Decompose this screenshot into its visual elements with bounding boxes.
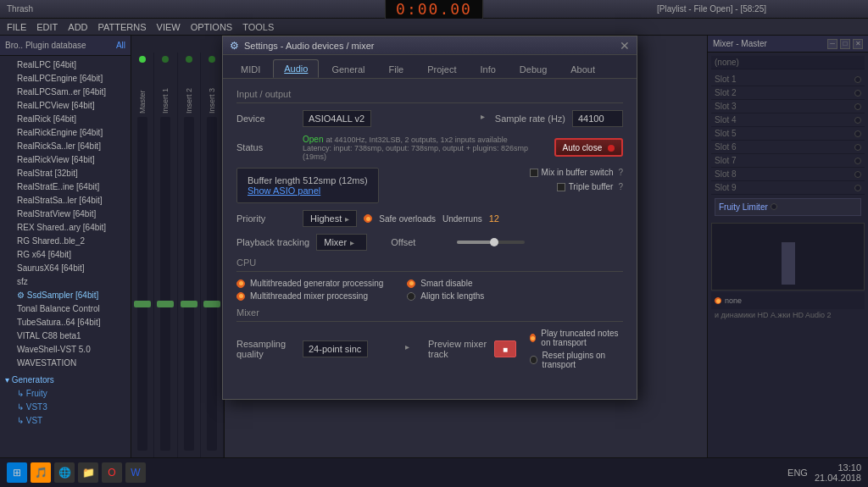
smart-disable-radio[interactable]	[407, 279, 415, 288]
tab-debug[interactable]: Debug	[509, 60, 558, 78]
panel-close-button[interactable]: ✕	[853, 39, 863, 49]
plugin-list: RealLPC [64bit] RealLPCEngine [64bit] Re…	[0, 56, 131, 435]
menu-tools[interactable]: TOOLS	[242, 22, 274, 32]
offset-label: Offset	[391, 237, 450, 247]
tab-general[interactable]: General	[320, 60, 376, 78]
plugin-item[interactable]: RealLPCSam..er [64bit]	[0, 85, 131, 98]
plugin-item[interactable]: RealStratE..ine [64bit]	[0, 180, 131, 193]
plugin-item[interactable]: SaurusX64 [64bit]	[0, 261, 131, 274]
fruity-limiter-led	[771, 203, 777, 210]
plugin-item[interactable]: RealRickEngine [64bit]	[0, 125, 131, 139]
plugin-item[interactable]: Tonal Balance Control	[0, 302, 131, 315]
all-tab[interactable]: All	[116, 41, 125, 50]
plugin-item[interactable]: REX Shared..ary [64bit]	[0, 220, 131, 234]
plugin-item[interactable]: TubeSatura..64 [64bit]	[0, 315, 131, 329]
menu-patterns[interactable]: PATTERNS	[98, 22, 147, 32]
fader-3[interactable]	[207, 117, 217, 451]
start-button[interactable]: ⊞	[7, 462, 27, 483]
section-generators: ▾ Generators	[0, 373, 131, 386]
plugin-vst[interactable]: ↳ VST	[0, 413, 131, 427]
plugin-item[interactable]: RealLPCView [64bit]	[0, 98, 131, 112]
triple-buffer-checkbox[interactable]	[557, 183, 565, 191]
mixer-track-insert1: Insert 1	[154, 53, 177, 457]
plugin-item[interactable]: WAVESTATION	[0, 356, 131, 369]
tab-file[interactable]: File	[378, 60, 415, 78]
track-name-insert2: Insert 2	[185, 63, 193, 113]
menu-view[interactable]: VIEW	[157, 22, 181, 32]
taskbar-lang: ENG	[787, 468, 808, 478]
fader-1[interactable]	[160, 117, 170, 451]
taskbar-files-icon[interactable]: 📁	[78, 462, 98, 483]
plugin-item[interactable]: RealRickView [64bit]	[0, 152, 131, 166]
slot-5[interactable]: Slot 5	[711, 127, 865, 141]
buffer-length-text: Buffer length 512smp (12ms)	[248, 175, 368, 185]
panel-controls: ─ □ ✕	[827, 39, 863, 49]
mix-buffer-checkbox[interactable]	[530, 169, 538, 177]
plugin-item[interactable]: RealStratSa..ler [64bit]	[0, 193, 131, 207]
device-select[interactable]: ASIO4ALL v2	[303, 110, 371, 127]
plugin-item[interactable]: VITAL C88 beta1	[0, 329, 131, 342]
tab-project[interactable]: Project	[416, 60, 467, 78]
taskbar-word-icon[interactable]: W	[125, 462, 146, 483]
playback-tracking-select[interactable]: Mixer ▸	[316, 234, 367, 251]
plugin-item[interactable]: RG x64 [64bit]	[0, 247, 131, 261]
plugin-item[interactable]: WaveShell-VST 5.0	[0, 342, 131, 356]
triple-buffer-switch: Triple buffer ?	[557, 182, 623, 191]
menu-options[interactable]: OPTIONS	[191, 22, 233, 32]
taskbar-opera-icon[interactable]: O	[102, 462, 122, 483]
menu-file[interactable]: FILE	[7, 22, 26, 32]
taskbar-browser-icon[interactable]: 🌐	[54, 462, 75, 483]
tab-audio[interactable]: Audio	[273, 59, 319, 78]
panel-maximize-button[interactable]: □	[840, 39, 850, 49]
slot-6[interactable]: Slot 6	[711, 141, 865, 154]
panel-minimize-button[interactable]: ─	[827, 39, 837, 49]
menu-add[interactable]: ADD	[68, 22, 87, 32]
plugin-item[interactable]: RealStrat [32bit]	[0, 166, 131, 180]
show-asio-button[interactable]: Show ASIO panel	[248, 185, 320, 196]
dialog-titlebar: ⚙ Settings - Audio devices / mixer ✕	[223, 36, 637, 55]
slot-8[interactable]: Slot 8	[711, 168, 865, 181]
slot-4[interactable]: Slot 4	[711, 113, 865, 127]
auto-close-button[interactable]: Auto close	[554, 138, 623, 157]
slot-7[interactable]: Slot 7	[711, 154, 865, 168]
fruity-limiter-slot[interactable]: Fruity Limiter	[715, 198, 861, 216]
priority-select[interactable]: Highest ▸	[303, 210, 357, 227]
multithread-mix-radio[interactable]	[236, 292, 245, 301]
plugin-item[interactable]: RealRickSa..ler [64bit]	[0, 139, 131, 152]
plugin-item[interactable]: sfz	[0, 274, 131, 288]
tab-midi[interactable]: MIDI	[230, 60, 271, 78]
slot-9[interactable]: Slot 9	[711, 181, 865, 195]
plugin-vst3[interactable]: ↳ VST3	[0, 400, 131, 413]
tab-about[interactable]: About	[559, 60, 606, 78]
multithread-gen-radio[interactable]	[236, 279, 245, 288]
mixer-section-header: Mixer	[236, 307, 623, 322]
plugin-item[interactable]: RealStratView [64bit]	[0, 207, 131, 220]
slot-1[interactable]: Slot 1	[711, 73, 865, 86]
resampling-select[interactable]: 24-point sinc	[303, 340, 368, 357]
taskbar: ⊞ 🎵 🌐 📁 O W ENG 13:10 21.04.2018	[0, 457, 868, 487]
plugin-fruity[interactable]: ↳ Fruity	[0, 386, 131, 400]
plugin-item-highlighted[interactable]: ⚙ SsdSampler [64bit]	[0, 288, 131, 302]
plugin-item[interactable]: RealLPCEngine [64bit]	[0, 71, 131, 85]
dialog-close-button[interactable]: ✕	[620, 39, 630, 53]
safe-overloads-radio[interactable]	[364, 214, 372, 223]
play-truncated-radio[interactable]	[530, 334, 536, 342]
fader-master[interactable]	[137, 117, 147, 451]
offset-slider[interactable]	[457, 241, 525, 244]
reset-plugins-radio[interactable]	[530, 356, 537, 364]
slot-2[interactable]: Slot 2	[711, 86, 865, 100]
plugin-item[interactable]: RealRick [64bit]	[0, 112, 131, 125]
plugin-item[interactable]: RG Shared..ble_2	[0, 234, 131, 247]
master-on-radio[interactable]	[715, 297, 721, 304]
menu-edit[interactable]: EDIT	[36, 22, 58, 32]
preview-mixer-button[interactable]: ■	[494, 340, 516, 357]
cpu-section-header: CPU	[236, 257, 623, 272]
taskbar-fl-icon[interactable]: 🎵	[31, 462, 51, 483]
tab-info[interactable]: Info	[470, 60, 507, 78]
align-tick-radio[interactable]	[407, 292, 415, 301]
top-bar: Thrash 0:00.00 [Playlist - File Open] - …	[0, 0, 868, 19]
slot-3[interactable]: Slot 3	[711, 100, 865, 113]
master-fader[interactable]	[782, 242, 795, 285]
fader-2[interactable]	[184, 117, 194, 451]
plugin-item[interactable]: RealLPC [64bit]	[0, 58, 131, 71]
